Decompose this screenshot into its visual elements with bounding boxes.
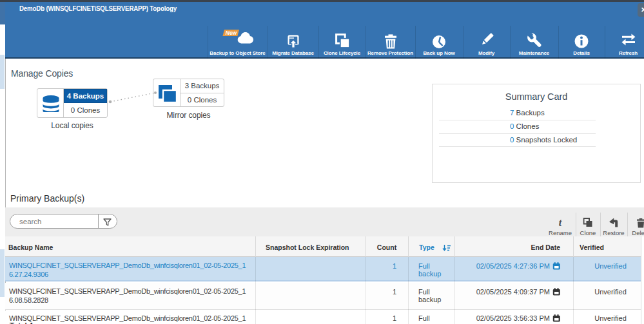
svg-text:New: New	[225, 30, 237, 36]
svg-text:t: t	[559, 217, 562, 228]
